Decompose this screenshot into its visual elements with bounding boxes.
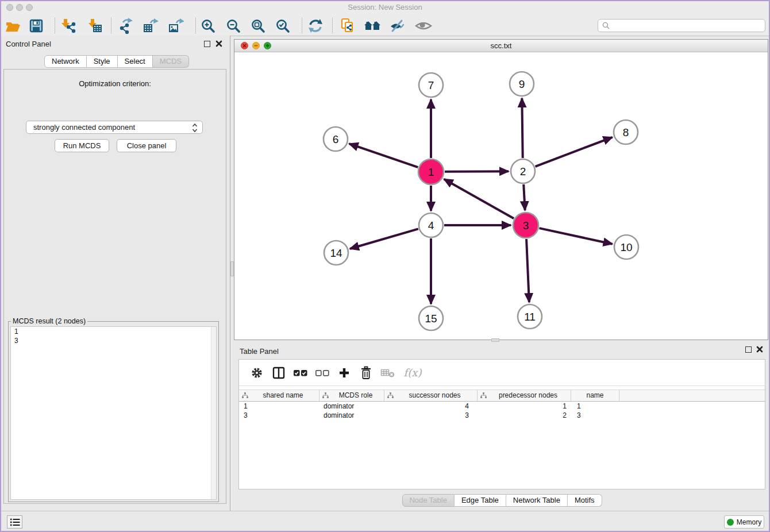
zoom-out-icon[interactable]	[224, 17, 242, 35]
graph-node-2[interactable]: 2	[511, 159, 535, 183]
tab-mcds[interactable]: MCDS	[153, 55, 189, 68]
hide-graphics-details-icon[interactable]	[388, 17, 406, 35]
tab-edge-table[interactable]: Edge Table	[455, 494, 506, 507]
graph-node-9[interactable]: 9	[510, 72, 534, 96]
graph-node-3[interactable]: 3	[513, 213, 538, 238]
export-network-icon[interactable]	[116, 17, 134, 35]
clone-network-icon[interactable]	[338, 17, 357, 35]
splitter-grip-vertical[interactable]	[230, 261, 234, 276]
apply-layout-icon[interactable]	[306, 17, 325, 35]
svg-text:11: 11	[524, 311, 536, 323]
table-row[interactable]: 3 dominator 3 2 3	[239, 411, 765, 420]
select-all-icon[interactable]	[290, 363, 311, 383]
close-panel-button[interactable]: Close panel	[117, 139, 176, 152]
splitter-grip-horizontal[interactable]	[491, 338, 499, 342]
graph-node-11[interactable]: 11	[518, 304, 542, 329]
graph-node-6[interactable]: 6	[324, 127, 348, 151]
tab-node-table[interactable]: Node Table	[402, 494, 455, 507]
table-row[interactable]: 1 dominator 4 1 1	[239, 402, 765, 411]
function-builder-icon[interactable]: f(x)	[399, 363, 426, 383]
cell-predecessor-nodes: 2	[478, 411, 571, 420]
tab-select[interactable]: Select	[118, 55, 153, 68]
table-toolbar: f(x)	[239, 360, 765, 386]
column-header-successor-nodes[interactable]: successor nodes	[384, 390, 478, 401]
import-table-icon[interactable]	[86, 17, 104, 35]
delete-icon[interactable]	[355, 363, 377, 383]
result-line: 1	[11, 327, 216, 336]
mcds-result-title: MCDS result (2 nodes)	[11, 317, 87, 325]
columns-icon[interactable]	[268, 363, 290, 383]
graph-node-7[interactable]: 7	[419, 73, 443, 97]
add-icon[interactable]	[333, 363, 355, 383]
svg-text:7: 7	[428, 79, 434, 91]
tab-network[interactable]: Network	[44, 55, 87, 68]
export-table-icon[interactable]	[141, 17, 160, 35]
delete-table-icon[interactable]	[377, 363, 399, 383]
svg-text:1: 1	[428, 166, 434, 178]
zoom-in-icon[interactable]	[199, 17, 217, 35]
cell-successor-nodes: 3	[384, 411, 478, 420]
tab-motifs[interactable]: Motifs	[568, 494, 602, 507]
graph-node-15[interactable]: 15	[419, 306, 443, 330]
network-window-titlebar: scc.txt	[234, 40, 768, 52]
task-history-button[interactable]	[7, 515, 22, 529]
graph-edge-2-8[interactable]	[536, 137, 613, 167]
tab-network-table[interactable]: Network Table	[506, 494, 568, 507]
column-header-shared-name[interactable]: shared name	[239, 390, 319, 401]
float-panel-icon[interactable]	[204, 41, 210, 47]
toolbar-separator	[55, 18, 55, 33]
graph-edge-3-10[interactable]	[539, 228, 612, 244]
window-titlebar: Session: New Session	[0, 0, 770, 16]
export-image-icon[interactable]	[167, 17, 185, 35]
eye-icon[interactable]	[414, 17, 433, 35]
gear-icon[interactable]	[246, 363, 268, 383]
graph-edge-1-6[interactable]	[349, 144, 418, 167]
graph-node-10[interactable]: 10	[614, 235, 638, 259]
graph-node-1[interactable]: 1	[418, 159, 444, 184]
deselect-all-icon[interactable]	[311, 363, 333, 383]
memory-label: Memory	[737, 518, 761, 526]
zoom-fit-icon[interactable]	[249, 17, 267, 35]
network-graph[interactable]: 7968124314101511	[234, 52, 768, 340]
cell-name: 1	[571, 402, 619, 411]
optimization-criterion-label: Optimization criterion:	[4, 79, 226, 88]
memory-status-icon	[727, 519, 734, 526]
home-icon[interactable]	[363, 17, 382, 35]
graph-edge-2-3[interactable]	[523, 184, 525, 210]
search-input[interactable]	[612, 20, 765, 31]
svg-text:6: 6	[333, 133, 339, 145]
fx-label: f(x)	[404, 367, 422, 379]
close-panel-icon[interactable]	[215, 40, 222, 47]
tab-style[interactable]: Style	[87, 55, 118, 68]
graph-edge-1-2[interactable]	[445, 171, 509, 172]
window-title: Session: New Session	[0, 3, 770, 11]
float-panel-icon[interactable]	[745, 346, 752, 353]
graph-node-8[interactable]: 8	[614, 120, 638, 144]
graph-node-14[interactable]: 14	[324, 241, 348, 265]
graph-edge-2-9[interactable]	[522, 98, 522, 158]
scrollbar[interactable]	[211, 327, 216, 499]
column-header-name[interactable]: name	[571, 390, 619, 401]
column-header-mcds-role[interactable]: MCDS role	[319, 390, 384, 401]
run-mcds-button[interactable]: Run MCDS	[55, 139, 109, 152]
mcds-result-list[interactable]: 1 3	[10, 326, 217, 500]
svg-text:10: 10	[620, 241, 632, 253]
open-session-icon[interactable]	[3, 17, 22, 35]
graph-edge-4-14[interactable]	[350, 229, 418, 249]
graph-edge-3-11[interactable]	[526, 239, 529, 302]
control-panel-tabs: Network Style Select MCDS	[44, 55, 189, 68]
save-session-icon[interactable]	[27, 17, 45, 35]
graph-edge-3-1[interactable]	[444, 179, 514, 218]
table-panel-tabs: Node Table Edge Table Network Table Moti…	[402, 494, 602, 507]
criterion-select[interactable]: strongly connected component	[26, 121, 203, 134]
import-network-icon[interactable]	[59, 17, 77, 35]
network-window-title: scc.txt	[234, 41, 768, 50]
column-header-predecessor-nodes[interactable]: predecessor nodes	[478, 390, 571, 401]
memory-button[interactable]: Memory	[724, 515, 764, 529]
toolbar-separator	[111, 18, 111, 33]
zoom-selected-icon[interactable]	[274, 17, 292, 35]
table-panel-title: Table Panel	[240, 347, 279, 356]
close-panel-icon[interactable]	[756, 346, 763, 353]
graph-node-4[interactable]: 4	[419, 213, 443, 237]
control-panel-header: Control Panel	[0, 36, 230, 52]
